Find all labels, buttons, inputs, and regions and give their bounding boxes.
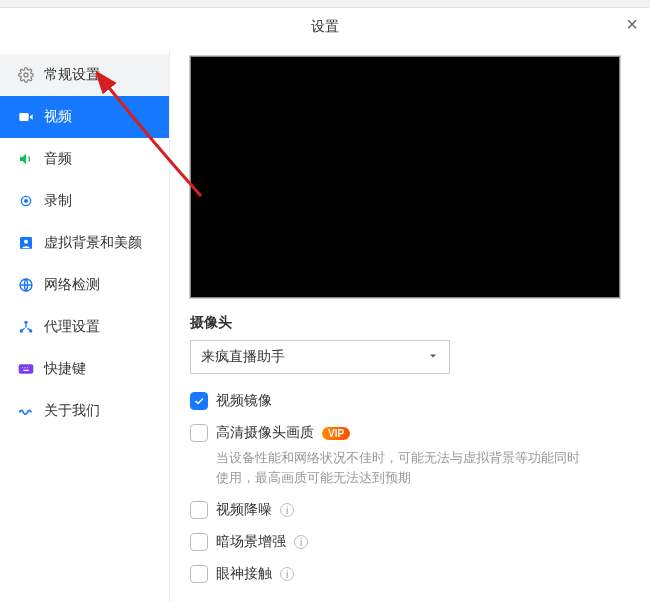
sidebar-item-about[interactable]: 关于我们 (0, 390, 169, 432)
sidebar-item-proxy[interactable]: 代理设置 (0, 306, 169, 348)
option-label: 视频降噪 (216, 501, 272, 519)
svg-point-3 (24, 199, 28, 203)
sidebar-item-label: 视频 (44, 108, 72, 126)
checkbox-icon (190, 424, 208, 442)
nodes-icon (18, 319, 34, 335)
checkbox-icon (190, 565, 208, 583)
option-label: 眼神接触 (216, 565, 272, 583)
sidebar-item-label: 音频 (44, 150, 72, 168)
sidebar-item-record[interactable]: 录制 (0, 180, 169, 222)
info-icon[interactable]: i (294, 535, 308, 549)
sidebar-item-hotkeys[interactable]: 快捷键 (0, 348, 169, 390)
video-preview (190, 56, 620, 298)
option-label: 视频镜像 (216, 392, 272, 410)
camera-selected-value: 来疯直播助手 (201, 348, 285, 366)
info-icon[interactable]: i (280, 503, 294, 517)
video-icon (18, 109, 34, 125)
sidebar-item-label: 虚拟背景和美颜 (44, 234, 142, 252)
checkbox-icon (190, 533, 208, 551)
record-icon (18, 193, 34, 209)
svg-point-7 (24, 321, 27, 324)
keyboard-icon (18, 361, 34, 377)
option-eyecontact[interactable]: 眼神接触 i (190, 565, 630, 583)
sidebar-item-audio[interactable]: 音频 (0, 138, 169, 180)
sidebar-item-label: 常规设置 (44, 66, 100, 84)
sidebar-item-label: 录制 (44, 192, 72, 210)
sidebar-item-general[interactable]: 常规设置 (0, 54, 169, 96)
sidebar-item-virtual-bg[interactable]: 虚拟背景和美颜 (0, 222, 169, 264)
camera-select[interactable]: 来疯直播助手 (190, 340, 450, 374)
option-denoise[interactable]: 视频降噪 i (190, 501, 630, 519)
sidebar-item-network[interactable]: 网络检测 (0, 264, 169, 306)
camera-label: 摄像头 (190, 314, 630, 332)
option-help: 当设备性能和网络状况不佳时，可能无法与虚拟背景等功能同时使用，最高画质可能无法达… (190, 448, 590, 487)
info-icon[interactable]: i (280, 567, 294, 581)
sidebar-item-video[interactable]: 视频 (0, 96, 169, 138)
globe-icon (18, 277, 34, 293)
vip-badge: VIP (322, 427, 350, 440)
option-darkboost[interactable]: 暗场景增强 i (190, 533, 630, 551)
svg-point-5 (24, 240, 28, 244)
sidebar-item-label: 快捷键 (44, 360, 86, 378)
dialog-header: 设置 × (0, 8, 650, 50)
portrait-icon (18, 235, 34, 251)
sidebar-item-label: 网络检测 (44, 276, 100, 294)
window-topbar (0, 0, 650, 8)
close-icon[interactable]: × (626, 14, 638, 34)
gear-icon (18, 67, 34, 83)
option-label: 暗场景增强 (216, 533, 286, 551)
main-panel: 摄像头 来疯直播助手 视频镜像 高清摄像头画质 VIP (170, 50, 650, 602)
svg-point-0 (24, 73, 28, 77)
chevron-down-icon (427, 349, 439, 365)
option-mirror[interactable]: 视频镜像 (190, 392, 630, 410)
sidebar-item-label: 代理设置 (44, 318, 100, 336)
checkbox-icon (190, 501, 208, 519)
dialog-title: 设置 (311, 18, 339, 34)
checkbox-icon (190, 392, 208, 410)
wave-icon (18, 403, 34, 419)
speaker-icon (18, 151, 34, 167)
sidebar-item-label: 关于我们 (44, 402, 100, 420)
option-hd[interactable]: 高清摄像头画质 VIP 当设备性能和网络状况不佳时，可能无法与虚拟背景等功能同时… (190, 424, 630, 487)
svg-rect-10 (19, 365, 32, 373)
option-label: 高清摄像头画质 (216, 424, 314, 442)
svg-rect-1 (19, 113, 28, 121)
sidebar: 常规设置 视频 音频 录制 虚拟背景和美颜 (0, 50, 170, 602)
